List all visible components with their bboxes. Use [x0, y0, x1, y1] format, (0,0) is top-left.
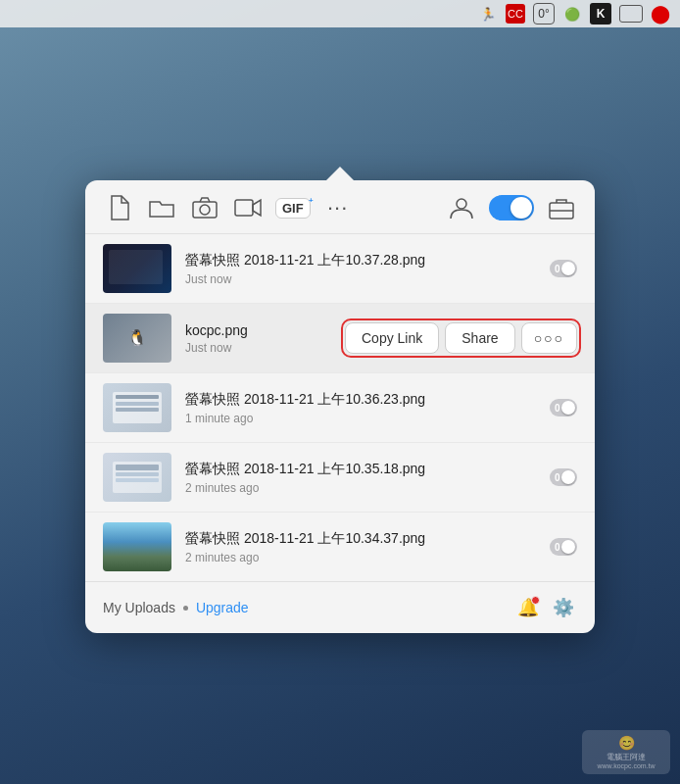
thumbnail-5: [103, 522, 171, 571]
list-item: 螢幕快照 2018-11-21 上午10.37.28.png Just now …: [85, 234, 595, 304]
toolbar: GIF+ ···: [85, 180, 595, 234]
footer: My Uploads Upgrade 🔔 ⚙️: [85, 581, 595, 633]
item-name-3: 螢幕快照 2018-11-21 上午10.36.23.png: [185, 391, 550, 409]
toggle-label-3: 0: [555, 403, 560, 414]
toggle-label-4: 0: [555, 472, 560, 483]
item-toggle-5[interactable]: 0: [550, 538, 577, 556]
menubar-runner-icon: 🏃: [478, 4, 498, 24]
more-icon[interactable]: ···: [322, 192, 354, 223]
thumbnail-1: [103, 244, 171, 293]
watermark-url: www.kocpc.com.tw: [597, 762, 655, 769]
item-info-5: 螢幕快照 2018-11-21 上午10.34.37.png 2 minutes…: [185, 530, 550, 564]
notifications-bell-icon[interactable]: 🔔: [514, 594, 542, 621]
settings-gear-icon[interactable]: ⚙️: [550, 594, 577, 621]
toggle-label-5: 0: [555, 542, 560, 553]
watermark-text: 電腦王阿達: [607, 752, 646, 762]
svg-rect-2: [235, 200, 253, 216]
watermark: 😊 電腦王阿達 www.kocpc.com.tw: [582, 730, 670, 774]
item-time-3: 1 minute ago: [185, 412, 550, 425]
item-toggle-3[interactable]: 0: [550, 399, 577, 416]
menubar-red-circle-icon: ⬤: [651, 4, 670, 24]
camera-icon[interactable]: [189, 192, 220, 223]
item-time-5: 2 minutes ago: [185, 551, 550, 564]
menubar-degree-icon: 0°: [533, 3, 555, 24]
list-item: 螢幕快照 2018-11-21 上午10.35.18.png 2 minutes…: [85, 443, 595, 513]
item-info-3: 螢幕快照 2018-11-21 上午10.36.23.png 1 minute …: [185, 391, 550, 425]
menubar-cc-icon: CC: [506, 4, 525, 24]
gif-button[interactable]: GIF+: [275, 198, 311, 219]
list-item: 螢幕快照 2018-11-21 上午10.36.23.png 1 minute …: [85, 373, 595, 443]
item-name-5: 螢幕快照 2018-11-21 上午10.34.37.png: [185, 530, 550, 548]
new-file-icon[interactable]: [103, 192, 134, 223]
thumbnail-3: [103, 383, 171, 432]
menubar-window-icon: [619, 5, 643, 23]
suitcase-icon[interactable]: [546, 192, 577, 223]
item-info-1: 螢幕快照 2018-11-21 上午10.37.28.png Just now: [185, 252, 550, 286]
video-icon[interactable]: [232, 192, 264, 223]
upgrade-link[interactable]: Upgrade: [196, 600, 249, 615]
thumbnail-4: [103, 453, 171, 502]
share-button[interactable]: Share: [445, 322, 514, 354]
action-buttons-highlight: Copy Link Share ○○○: [341, 318, 581, 358]
svg-point-3: [457, 199, 466, 209]
my-uploads-label: My Uploads: [103, 600, 175, 615]
toggle-switch[interactable]: [489, 195, 534, 220]
menubar: 🏃 CC 0° 🟢 K ⬤: [0, 0, 680, 27]
toggle-label-1: 0: [555, 264, 560, 274]
list-item-highlighted: 🐧 kocpc.png Just now Copy Link Share ○○○: [85, 304, 595, 373]
notification-badge: [531, 596, 540, 605]
thumbnail-2: 🐧: [103, 314, 171, 363]
item-toggle-1[interactable]: 0: [550, 260, 577, 277]
menubar-circle-icon: 🟢: [562, 4, 582, 24]
popup-panel: GIF+ ··· 螢幕快照 2018-11: [85, 180, 595, 633]
more-options-button[interactable]: ○○○: [521, 322, 577, 354]
svg-point-1: [200, 205, 210, 215]
copy-link-button[interactable]: Copy Link: [345, 322, 439, 354]
file-list: 螢幕快照 2018-11-21 上午10.37.28.png Just now …: [85, 234, 595, 581]
item-time-1: Just now: [185, 272, 550, 286]
list-item: 螢幕快照 2018-11-21 上午10.34.37.png 2 minutes…: [85, 513, 595, 581]
watermark-icon: 😊: [618, 735, 635, 751]
user-icon[interactable]: [446, 192, 477, 223]
item-name-4: 螢幕快照 2018-11-21 上午10.35.18.png: [185, 461, 550, 478]
item-name-1: 螢幕快照 2018-11-21 上午10.37.28.png: [185, 252, 550, 270]
menubar-k-icon: K: [590, 3, 611, 24]
item-time-4: 2 minutes ago: [185, 481, 550, 495]
item-info-4: 螢幕快照 2018-11-21 上午10.35.18.png 2 minutes…: [185, 461, 550, 495]
folder-icon[interactable]: [146, 192, 177, 223]
footer-dot: [183, 606, 188, 611]
item-toggle-4[interactable]: 0: [550, 468, 577, 486]
